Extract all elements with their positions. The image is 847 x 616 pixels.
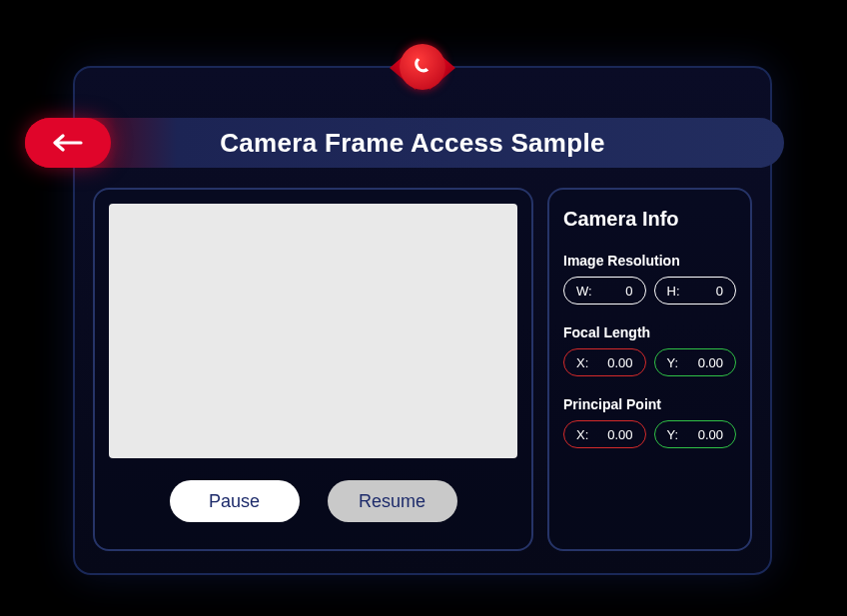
camera-info-panel: Camera Info Image Resolution W: 0 H: 0 F… — [547, 188, 752, 551]
arrow-left-icon — [51, 134, 85, 152]
control-row: Pause Resume — [170, 480, 457, 522]
principal-x: X: 0.00 — [563, 420, 646, 448]
title-bar: Camera Frame Access Sample — [25, 118, 784, 168]
content-area: Pause Resume Camera Info Image Resolutio… — [93, 188, 752, 551]
resolution-height: H: 0 — [654, 277, 737, 305]
resolution-width-value: 0 — [625, 284, 632, 299]
back-button[interactable] — [25, 118, 111, 168]
principal-y-value: 0.00 — [698, 427, 723, 442]
principal-y-label: Y: — [667, 427, 679, 442]
focal-y-value: 0.00 — [698, 355, 723, 370]
focal-y-label: Y: — [667, 355, 679, 370]
logo-badge-icon — [400, 44, 445, 90]
resume-button[interactable]: Resume — [328, 480, 457, 522]
resolution-width-label: W: — [576, 284, 592, 299]
focal-y: Y: 0.00 — [654, 348, 737, 376]
camera-info-title: Camera Info — [563, 208, 736, 231]
resolution-label: Image Resolution — [563, 253, 736, 269]
camera-preview — [109, 204, 517, 458]
app-window: Camera Frame Access Sample Pause Resume … — [73, 66, 772, 575]
resolution-height-value: 0 — [716, 284, 723, 299]
principal-x-value: 0.00 — [607, 427, 632, 442]
principal-label: Principal Point — [563, 396, 736, 412]
principal-y: Y: 0.00 — [654, 420, 737, 448]
principal-group: Principal Point X: 0.00 Y: 0.00 — [563, 396, 736, 448]
resolution-height-label: H: — [667, 284, 680, 299]
resolution-width: W: 0 — [563, 277, 646, 305]
logo — [384, 28, 461, 106]
focal-group: Focal Length X: 0.00 Y: 0.00 — [563, 324, 736, 376]
focal-x-label: X: — [576, 355, 588, 370]
resolution-group: Image Resolution W: 0 H: 0 — [563, 253, 736, 305]
camera-preview-panel: Pause Resume — [93, 188, 533, 551]
focal-label: Focal Length — [563, 324, 736, 340]
pause-button[interactable]: Pause — [170, 480, 300, 522]
focal-x: X: 0.00 — [563, 348, 646, 376]
principal-x-label: X: — [576, 427, 588, 442]
focal-x-value: 0.00 — [607, 355, 632, 370]
page-title: Camera Frame Access Sample — [111, 128, 784, 159]
